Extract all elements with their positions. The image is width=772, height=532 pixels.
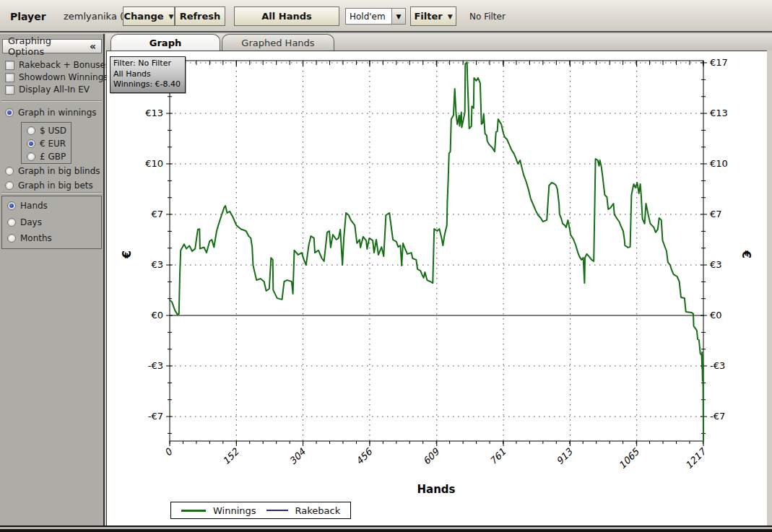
rakeback-line-swatch — [266, 510, 288, 511]
filter-button[interactable]: Filter ▼ — [410, 6, 456, 26]
radio-usd[interactable]: $ USD — [27, 125, 66, 136]
tooltip-winnings-line: Winnings: €-8.40 — [113, 79, 181, 90]
refresh-button[interactable]: Refresh — [175, 6, 225, 26]
graph-tooltip: Filter: No Filter All Hands Winnings: €-… — [110, 56, 186, 93]
radio-graph-in-big-blinds[interactable]: Graph in big blinds — [5, 165, 100, 177]
x-tick-label: 0 — [162, 445, 175, 458]
radio-icon[interactable] — [5, 167, 14, 175]
combo-arrow-icon[interactable]: ▼ — [391, 9, 405, 24]
tooltip-filter-line: Filter: No Filter — [113, 58, 181, 69]
chart-legend: Winnings Rakeback — [170, 502, 351, 519]
tab-graph[interactable]: Graph — [110, 34, 220, 51]
collapse-sidebar-button[interactable]: « — [90, 40, 96, 52]
radio-icon[interactable] — [5, 108, 14, 117]
radio-hands[interactable]: Hands — [7, 200, 48, 212]
x-tick-label: 1217 — [683, 445, 708, 471]
chart-panel: 015230445660976191310651217€17€17€13€13€… — [106, 51, 767, 526]
legend-entry-rakeback: Rakeback — [266, 505, 341, 516]
checkbox-icon[interactable] — [5, 85, 14, 95]
y-tick-label-right: -€3 — [710, 360, 725, 371]
radio-icon[interactable] — [27, 139, 35, 148]
player-label: Player — [10, 0, 46, 32]
x-tick-label: 456 — [354, 445, 375, 466]
y-tick-label-left: €7 — [151, 209, 163, 219]
y-axis-title-right: € — [740, 250, 753, 258]
x-tick-label: 913 — [554, 445, 575, 466]
x-tick-label: 761 — [487, 447, 508, 467]
radio-eur[interactable]: € EUR — [27, 138, 66, 149]
y-tick-label-right: €17 — [710, 57, 728, 68]
checkbox-icon[interactable] — [5, 61, 14, 70]
tab-graphed-hands[interactable]: Graphed Hands — [222, 34, 334, 51]
radio-icon[interactable] — [27, 126, 35, 135]
y-tick-label-left: -€3 — [148, 360, 163, 371]
radio-icon[interactable] — [27, 152, 35, 161]
x-tick-label: 304 — [287, 446, 308, 467]
window-bottom-edge — [0, 526, 772, 532]
y-tick-label-right: €10 — [710, 158, 728, 169]
y-tick-label-left: €3 — [151, 259, 163, 270]
x-tick-label: 152 — [220, 446, 241, 467]
y-tick-label-left: -€7 — [148, 411, 163, 422]
chevron-down-icon: ▼ — [169, 13, 174, 20]
y-tick-label-right: €3 — [710, 259, 722, 270]
y-tick-label-right: €7 — [710, 209, 722, 219]
all-hands-button[interactable]: All Hands — [234, 6, 339, 26]
graphing-options-sidebar: Graphing Options « Rakeback + Bonuses Sh… — [0, 34, 105, 526]
radio-months[interactable]: Months — [7, 232, 52, 244]
radio-graph-in-winnings[interactable]: Graph in winnings — [5, 107, 97, 118]
checkbox-rakeback-bonuses[interactable]: Rakeback + Bonuses — [5, 59, 110, 71]
radio-icon[interactable] — [5, 181, 14, 190]
checkbox-display-all-in-ev[interactable]: Display All-In EV — [5, 84, 90, 95]
radio-days[interactable]: Days — [7, 217, 42, 228]
game-type-value: Hold'em — [346, 12, 391, 22]
y-tick-label-right: €0 — [710, 310, 722, 320]
tab-bar: Graph Graphed Hands — [106, 34, 772, 51]
tooltip-hands-line: All Hands — [113, 69, 181, 80]
y-tick-label-left: €10 — [145, 158, 163, 169]
divider — [1, 100, 102, 102]
checkbox-showdown-winnings[interactable]: Showdown Winnings — [5, 71, 108, 83]
winnings-graph: 015230445660976191310651217€17€17€13€13€… — [107, 51, 766, 525]
y-axis-title-left: € — [120, 250, 134, 258]
toolbar: Player zemlyanika (ENT) Change ▼ Refresh… — [0, 0, 772, 32]
winnings-line-swatch — [181, 510, 206, 512]
y-tick-label-right: -€7 — [710, 411, 725, 422]
radio-graph-in-big-bets[interactable]: Graph in big bets — [5, 180, 93, 191]
sidebar-title: Graphing Options — [8, 35, 90, 57]
y-tick-label-right: €13 — [710, 108, 728, 118]
chevron-down-icon: ▼ — [448, 13, 453, 20]
y-tick-label-left: €13 — [145, 108, 163, 118]
x-axis-title: Hands — [393, 483, 480, 496]
x-tick-label: 609 — [421, 445, 442, 466]
x-tick-label: 1065 — [617, 446, 642, 471]
change-button[interactable]: Change ▼ — [123, 6, 175, 26]
checkbox-icon[interactable] — [5, 73, 14, 82]
radio-icon[interactable] — [7, 201, 16, 210]
filter-status-text: No Filter — [469, 0, 506, 32]
game-type-select[interactable]: Hold'em ▼ — [345, 8, 406, 25]
sidebar-header: Graphing Options « — [2, 39, 102, 53]
divider — [1, 192, 102, 193]
radio-icon[interactable] — [7, 218, 16, 227]
radio-icon[interactable] — [7, 234, 16, 243]
legend-entry-winnings: Winnings — [181, 505, 256, 516]
y-tick-label-left: €0 — [151, 310, 163, 320]
radio-gbp[interactable]: £ GBP — [27, 151, 66, 162]
